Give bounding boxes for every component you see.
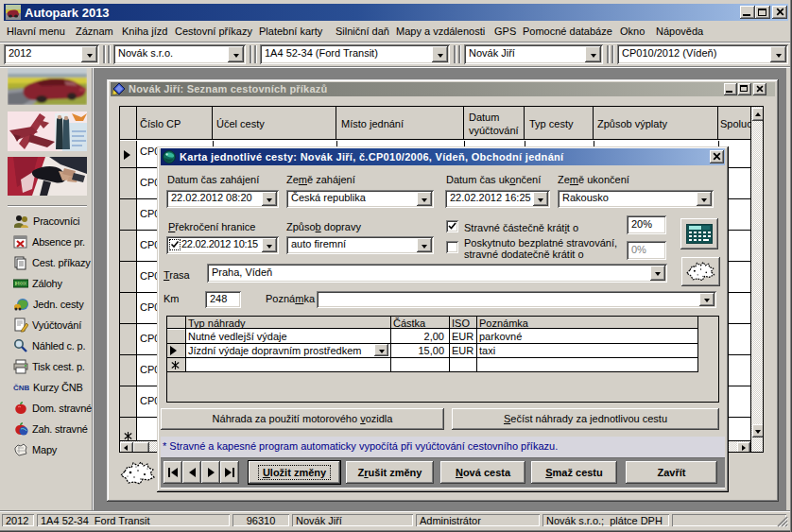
svg-text:ČNB: ČNB [13,384,29,392]
svg-text:1000: 1000 [16,281,26,286]
